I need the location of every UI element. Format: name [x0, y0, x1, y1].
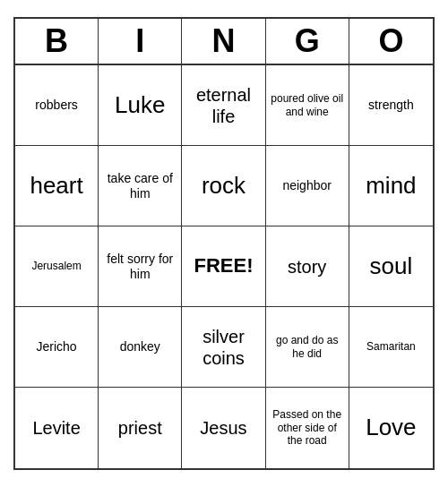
bingo-cell: Jericho — [15, 307, 99, 388]
header-letter: O — [349, 19, 433, 64]
cell-text: strength — [368, 98, 414, 113]
bingo-card: BINGO robbersLukeeternal lifepoured oliv… — [13, 17, 435, 470]
cell-text: Jericho — [37, 339, 77, 355]
bingo-cell: poured olive oil and wine — [266, 65, 349, 146]
cell-text: robbers — [35, 98, 77, 113]
cell-text: Jerusalem — [31, 260, 81, 272]
bingo-cell: priest — [99, 388, 182, 468]
bingo-cell: robbers — [15, 65, 99, 146]
bingo-cell: Jerusalem — [15, 226, 99, 307]
cell-text: take care of him — [102, 171, 177, 201]
bingo-cell: eternal life — [182, 65, 265, 146]
bingo-cell: rock — [182, 146, 265, 226]
cell-text: story — [288, 256, 326, 278]
bingo-cell: Jesus — [182, 388, 265, 468]
bingo-cell: heart — [15, 146, 99, 226]
cell-text: mind — [366, 172, 416, 200]
cell-text: Passed on the other side of the road — [270, 408, 345, 447]
bingo-cell: strength — [349, 65, 433, 146]
cell-text: silver coins — [185, 326, 261, 369]
cell-text: eternal life — [185, 84, 261, 127]
bingo-cell: FREE! — [182, 226, 265, 307]
cell-text: Levite — [32, 417, 80, 439]
header-letter: G — [266, 19, 349, 64]
bingo-cell: neighbor — [266, 146, 349, 226]
bingo-cell: donkey — [99, 307, 182, 388]
bingo-cell: mind — [349, 146, 433, 226]
cell-text: priest — [118, 417, 162, 439]
cell-text: donkey — [120, 339, 160, 355]
cell-text: Love — [366, 414, 416, 441]
bingo-cell: Luke — [99, 65, 182, 146]
bingo-cell: Love — [349, 388, 433, 468]
bingo-cell: Levite — [15, 388, 99, 468]
cell-text: Jesus — [200, 417, 246, 439]
header-letter: I — [99, 19, 182, 64]
cell-text: FREE! — [194, 254, 253, 278]
cell-text: soul — [370, 252, 413, 280]
cell-text: heart — [30, 172, 82, 200]
bingo-cell: soul — [349, 226, 433, 307]
bingo-cell: felt sorry for him — [99, 226, 182, 307]
cell-text: go and do as he did — [270, 334, 345, 360]
bingo-cell: take care of him — [99, 146, 182, 226]
bingo-cell: story — [266, 226, 349, 307]
cell-text: Luke — [115, 91, 165, 119]
cell-text: poured olive oil and wine — [270, 92, 345, 118]
bingo-cell: go and do as he did — [266, 307, 349, 388]
cell-text: neighbor — [282, 178, 332, 193]
bingo-grid: robbersLukeeternal lifepoured olive oil … — [15, 65, 433, 468]
header-letter: B — [15, 19, 99, 64]
cell-text: rock — [202, 172, 246, 200]
bingo-cell: silver coins — [182, 307, 265, 388]
cell-text: felt sorry for him — [102, 252, 177, 282]
bingo-cell: Samaritan — [349, 307, 433, 388]
header-letter: N — [182, 19, 265, 64]
bingo-header: BINGO — [15, 19, 433, 65]
cell-text: Samaritan — [366, 340, 416, 353]
bingo-cell: Passed on the other side of the road — [266, 388, 349, 468]
